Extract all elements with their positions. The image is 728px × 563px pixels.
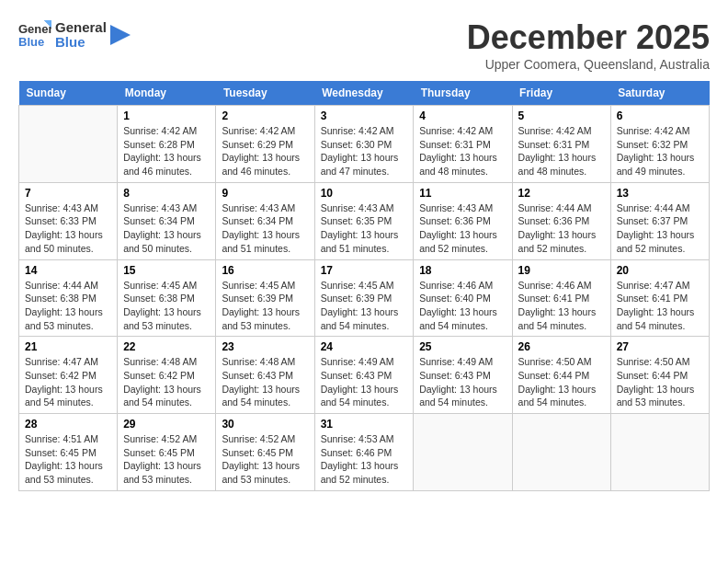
day-cell-1-4: 11Sunrise: 4:43 AMSunset: 6:36 PMDayligh… xyxy=(414,182,512,259)
day-cell-4-5 xyxy=(512,414,610,491)
day-number: 23 xyxy=(222,340,308,353)
day-cell-4-2: 30Sunrise: 4:52 AMSunset: 6:45 PMDayligh… xyxy=(216,414,314,491)
day-info: Sunrise: 4:42 AMSunset: 6:30 PMDaylight:… xyxy=(321,124,408,178)
day-cell-3-1: 22Sunrise: 4:48 AMSunset: 6:42 PMDayligh… xyxy=(118,337,216,414)
day-cell-3-0: 21Sunrise: 4:47 AMSunset: 6:42 PMDayligh… xyxy=(19,337,118,414)
title-block: December 2025 Upper Coomera, Queensland,… xyxy=(467,18,710,72)
day-cell-1-6: 13Sunrise: 4:44 AMSunset: 6:37 PMDayligh… xyxy=(610,182,709,259)
day-cell-3-2: 23Sunrise: 4:48 AMSunset: 6:43 PMDayligh… xyxy=(216,337,314,414)
day-cell-0-0 xyxy=(19,106,118,183)
day-number: 20 xyxy=(617,264,703,277)
day-cell-0-2: 2Sunrise: 4:42 AMSunset: 6:29 PMDaylight… xyxy=(216,106,314,183)
day-info: Sunrise: 4:42 AMSunset: 6:29 PMDaylight:… xyxy=(222,124,308,178)
day-number: 14 xyxy=(25,264,111,277)
day-number: 8 xyxy=(123,187,210,200)
day-cell-1-1: 8Sunrise: 4:43 AMSunset: 6:34 PMDaylight… xyxy=(118,182,216,259)
week-row-4: 21Sunrise: 4:47 AMSunset: 6:42 PMDayligh… xyxy=(19,337,710,414)
day-number: 19 xyxy=(518,264,605,277)
location-title: Upper Coomera, Queensland, Australia xyxy=(467,57,710,72)
day-info: Sunrise: 4:48 AMSunset: 6:42 PMDaylight:… xyxy=(123,355,210,409)
day-info: Sunrise: 4:47 AMSunset: 6:41 PMDaylight:… xyxy=(617,279,703,333)
day-number: 22 xyxy=(123,340,210,353)
week-row-2: 7Sunrise: 4:43 AMSunset: 6:33 PMDaylight… xyxy=(19,182,710,259)
header-wednesday: Wednesday xyxy=(314,81,414,106)
day-number: 28 xyxy=(25,418,111,431)
day-number: 2 xyxy=(222,109,308,122)
day-info: Sunrise: 4:42 AMSunset: 6:28 PMDaylight:… xyxy=(123,124,210,178)
day-info: Sunrise: 4:52 AMSunset: 6:45 PMDaylight:… xyxy=(222,432,308,487)
day-info: Sunrise: 4:45 AMSunset: 6:39 PMDaylight:… xyxy=(222,279,308,333)
day-info: Sunrise: 4:49 AMSunset: 6:43 PMDaylight:… xyxy=(419,355,506,409)
day-info: Sunrise: 4:45 AMSunset: 6:38 PMDaylight:… xyxy=(123,279,210,333)
day-cell-2-4: 18Sunrise: 4:46 AMSunset: 6:40 PMDayligh… xyxy=(414,259,512,337)
day-info: Sunrise: 4:49 AMSunset: 6:43 PMDaylight:… xyxy=(321,355,408,409)
day-number: 1 xyxy=(123,109,210,122)
day-number: 17 xyxy=(321,264,408,277)
day-info: Sunrise: 4:43 AMSunset: 6:35 PMDaylight:… xyxy=(321,201,408,256)
day-number: 31 xyxy=(321,418,408,431)
day-number: 24 xyxy=(321,340,408,353)
logo-icon: General Blue xyxy=(18,18,51,52)
month-title: December 2025 xyxy=(467,18,710,57)
weekday-header-row: Sunday Monday Tuesday Wednesday Thursday… xyxy=(19,81,710,106)
day-info: Sunrise: 4:42 AMSunset: 6:32 PMDaylight:… xyxy=(617,124,703,178)
day-cell-0-5: 5Sunrise: 4:42 AMSunset: 6:31 PMDaylight… xyxy=(512,106,610,183)
day-info: Sunrise: 4:51 AMSunset: 6:45 PMDaylight:… xyxy=(25,432,111,487)
day-number: 6 xyxy=(617,109,703,122)
day-number: 11 xyxy=(419,187,506,200)
day-cell-2-1: 15Sunrise: 4:45 AMSunset: 6:38 PMDayligh… xyxy=(118,259,216,337)
day-cell-4-0: 28Sunrise: 4:51 AMSunset: 6:45 PMDayligh… xyxy=(19,414,118,491)
day-info: Sunrise: 4:43 AMSunset: 6:34 PMDaylight:… xyxy=(222,201,308,256)
day-number: 15 xyxy=(123,264,210,277)
day-info: Sunrise: 4:44 AMSunset: 6:37 PMDaylight:… xyxy=(617,201,703,256)
week-row-5: 28Sunrise: 4:51 AMSunset: 6:45 PMDayligh… xyxy=(19,414,710,491)
day-number: 10 xyxy=(321,187,408,200)
day-number: 25 xyxy=(419,340,506,353)
logo: General Blue General Blue xyxy=(18,18,131,52)
day-cell-2-0: 14Sunrise: 4:44 AMSunset: 6:38 PMDayligh… xyxy=(19,259,118,337)
day-info: Sunrise: 4:50 AMSunset: 6:44 PMDaylight:… xyxy=(518,355,605,409)
day-cell-2-6: 20Sunrise: 4:47 AMSunset: 6:41 PMDayligh… xyxy=(610,259,709,337)
header-thursday: Thursday xyxy=(414,81,512,106)
day-cell-1-2: 9Sunrise: 4:43 AMSunset: 6:34 PMDaylight… xyxy=(216,182,314,259)
calendar-table: Sunday Monday Tuesday Wednesday Thursday… xyxy=(18,81,710,491)
day-cell-1-0: 7Sunrise: 4:43 AMSunset: 6:33 PMDaylight… xyxy=(19,182,118,259)
day-info: Sunrise: 4:42 AMSunset: 6:31 PMDaylight:… xyxy=(419,124,506,178)
day-cell-1-3: 10Sunrise: 4:43 AMSunset: 6:35 PMDayligh… xyxy=(314,182,414,259)
day-cell-2-2: 16Sunrise: 4:45 AMSunset: 6:39 PMDayligh… xyxy=(216,259,314,337)
day-cell-3-5: 26Sunrise: 4:50 AMSunset: 6:44 PMDayligh… xyxy=(512,337,610,414)
day-cell-4-3: 31Sunrise: 4:53 AMSunset: 6:46 PMDayligh… xyxy=(314,414,414,491)
day-cell-0-4: 4Sunrise: 4:42 AMSunset: 6:31 PMDaylight… xyxy=(414,106,512,183)
day-info: Sunrise: 4:44 AMSunset: 6:36 PMDaylight:… xyxy=(518,201,605,256)
day-info: Sunrise: 4:50 AMSunset: 6:44 PMDaylight:… xyxy=(617,355,703,409)
day-cell-2-5: 19Sunrise: 4:46 AMSunset: 6:41 PMDayligh… xyxy=(512,259,610,337)
day-cell-1-5: 12Sunrise: 4:44 AMSunset: 6:36 PMDayligh… xyxy=(512,182,610,259)
day-info: Sunrise: 4:43 AMSunset: 6:33 PMDaylight:… xyxy=(25,201,111,256)
day-cell-4-4 xyxy=(414,414,512,491)
day-cell-3-4: 25Sunrise: 4:49 AMSunset: 6:43 PMDayligh… xyxy=(414,337,512,414)
header-sunday: Sunday xyxy=(19,81,118,106)
day-number: 18 xyxy=(419,264,506,277)
header-friday: Friday xyxy=(512,81,610,106)
day-cell-2-3: 17Sunrise: 4:45 AMSunset: 6:39 PMDayligh… xyxy=(314,259,414,337)
day-number: 4 xyxy=(419,109,506,122)
day-cell-0-1: 1Sunrise: 4:42 AMSunset: 6:28 PMDaylight… xyxy=(118,106,216,183)
day-number: 5 xyxy=(518,109,605,122)
day-cell-3-3: 24Sunrise: 4:49 AMSunset: 6:43 PMDayligh… xyxy=(314,337,414,414)
day-cell-0-6: 6Sunrise: 4:42 AMSunset: 6:32 PMDaylight… xyxy=(610,106,709,183)
day-info: Sunrise: 4:43 AMSunset: 6:34 PMDaylight:… xyxy=(123,201,210,256)
day-number: 26 xyxy=(518,340,605,353)
day-cell-3-6: 27Sunrise: 4:50 AMSunset: 6:44 PMDayligh… xyxy=(610,337,709,414)
logo-general: General xyxy=(55,20,107,36)
week-row-3: 14Sunrise: 4:44 AMSunset: 6:38 PMDayligh… xyxy=(19,259,710,337)
header-monday: Monday xyxy=(118,81,216,106)
day-number: 21 xyxy=(25,340,111,353)
day-number: 13 xyxy=(617,187,703,200)
logo-arrow-icon xyxy=(110,25,131,45)
day-cell-4-1: 29Sunrise: 4:52 AMSunset: 6:45 PMDayligh… xyxy=(118,414,216,491)
day-info: Sunrise: 4:48 AMSunset: 6:43 PMDaylight:… xyxy=(222,355,308,409)
svg-text:Blue: Blue xyxy=(18,35,44,49)
day-number: 30 xyxy=(222,418,308,431)
day-number: 12 xyxy=(518,187,605,200)
header-saturday: Saturday xyxy=(610,81,709,106)
